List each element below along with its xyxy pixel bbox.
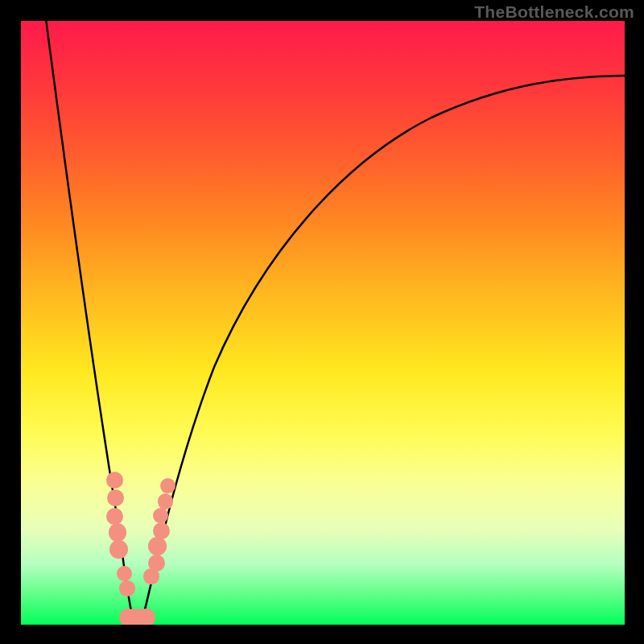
data-marker (117, 566, 133, 582)
data-marker (160, 478, 176, 494)
plot-area (21, 21, 625, 625)
data-marker (153, 522, 170, 539)
chart-container: TheBottleneck.com (0, 0, 644, 644)
curve-right-path (142, 76, 625, 622)
data-marker (138, 609, 156, 625)
data-marker (148, 555, 165, 572)
data-marker (148, 537, 167, 555)
data-marker (153, 508, 169, 524)
data-marker (106, 508, 123, 525)
data-marker (106, 472, 123, 489)
data-marker (109, 540, 128, 559)
watermark-text: TheBottleneck.com (474, 2, 634, 22)
data-marker (119, 580, 135, 597)
data-marker (158, 493, 174, 510)
data-marker (109, 523, 127, 542)
